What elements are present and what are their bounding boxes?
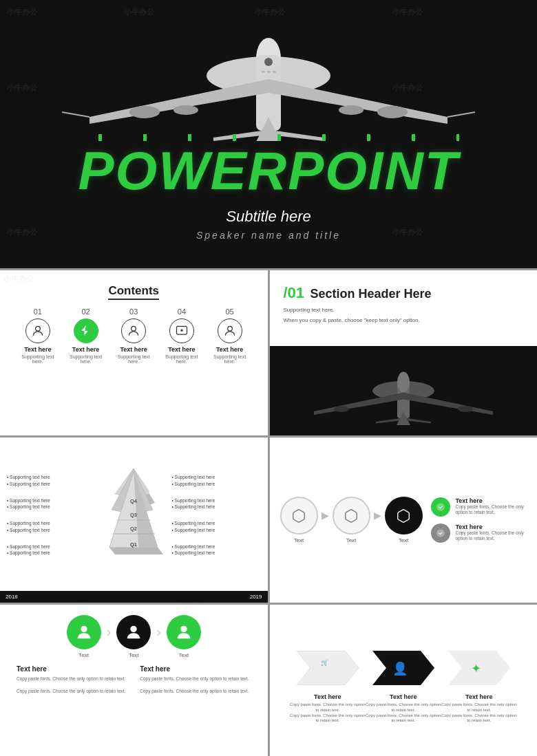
flow-node-2: Text (333, 497, 370, 543)
watermark-7: 小牛办公 (7, 227, 37, 237)
slide-section: /01 Section Header Here Supporting text … (270, 270, 538, 435)
svg-text:Q4: Q4 (130, 498, 138, 504)
flow-right-item-2: Text here Copy paste fonts. Choose the o… (431, 523, 527, 543)
pyramid-left-col: • Supporting text here • Supporting text… (7, 474, 96, 566)
slide-hero: POWERPOINT Subtitle here Speaker name an… (0, 0, 537, 268)
flow-nodes-row: Text ▶ Text ▶ Text (280, 497, 423, 543)
people-bottom-title-2: Text here (140, 665, 251, 673)
svg-text:Q2: Q2 (130, 526, 137, 532)
people-bottom-col-1: Text here Copy paste fonts. Choose the o… (17, 665, 127, 694)
person-label-2: Text (129, 652, 139, 658)
item-label-5: Text here (216, 346, 243, 353)
item-label-1: Text here (24, 346, 51, 353)
item-support-2: Supporting text here. (64, 354, 107, 364)
svg-point-12 (264, 58, 273, 66)
item-label-4: Text here (168, 346, 195, 353)
svg-marker-30 (376, 418, 400, 424)
item-icon-5 (218, 318, 242, 343)
flow-label-1: Text (294, 537, 304, 543)
item-label-2: Text here (72, 346, 99, 353)
flow-right-text-2: Text here Copy paste fonts. Choose the o… (456, 523, 527, 542)
person-circle-3 (167, 615, 201, 649)
section-sub1: Supporting text here. (284, 306, 524, 314)
contents-item-3: 03 Text here Supporting text here. (112, 307, 156, 364)
flow-right-desc-2: Copy paste fonts. Choose the only option… (456, 530, 527, 542)
arrow-item-1: 🛒 Text here Copy paste fonts. Choose the… (290, 651, 366, 724)
svg-text:Q1: Q1 (130, 541, 137, 548)
section-top: /01 Section Header Here Supporting text … (270, 270, 538, 331)
speaker-name: Speaker name and title (196, 230, 341, 241)
svg-marker-4 (268, 79, 448, 124)
people-bottom-desc-2: Copy paste fonts. Choose the only option… (140, 676, 251, 694)
flow-right-icon-2 (431, 523, 450, 543)
svg-point-28 (458, 406, 473, 412)
item-support-5: Supporting text here. (208, 354, 251, 364)
svg-rect-14 (267, 71, 271, 73)
arrow-text-1: Text here Copy paste fonts. Choose the o… (290, 693, 366, 724)
pyramid-svg: Q4 Q3 Q2 Q4 (101, 465, 167, 575)
section-title: Section Header Here (310, 287, 432, 301)
svg-point-51 (81, 626, 87, 632)
pyramid-right-4: • Supporting text here • Supporting text… (172, 543, 261, 557)
arrow-svg-3: ✦ (448, 651, 510, 685)
people-bottom-desc-1: Copy paste fonts. Choose the only option… (17, 676, 127, 694)
item-icon-2 (74, 318, 98, 343)
flow-right-item-1: Text here Copy paste fonts. Choose the o… (431, 497, 527, 517)
item-num-2: 02 (81, 307, 90, 316)
section-airplane-svg (286, 353, 520, 429)
arrows-row: 🛒 Text here Copy paste fonts. Choose the… (290, 651, 517, 724)
arrow-shape-1: 🛒 (297, 651, 359, 688)
slide-contents: Contents 01 Text here Supporting text he… (0, 270, 268, 435)
item-num-4: 04 (178, 307, 186, 316)
svg-point-21 (180, 330, 182, 332)
svg-rect-13 (262, 71, 265, 73)
flow-right-title-1: Text here (456, 497, 527, 504)
airplane-background (0, 0, 537, 151)
svg-point-27 (334, 406, 349, 412)
person-step-2: Text (116, 615, 151, 658)
contents-item-4: 04 Text here Supporting text here. (160, 307, 204, 364)
person-label-1: Text (78, 652, 89, 658)
person-circle-2 (116, 615, 151, 649)
svg-marker-44 (109, 548, 163, 554)
svg-point-5 (129, 106, 160, 118)
people-arrow-1: › (107, 624, 112, 640)
svg-text:Q3: Q3 (130, 512, 137, 518)
flow-layout: Text ▶ Text ▶ Text (280, 497, 527, 543)
arrow-item-3: ✦ Text here Copy paste fonts. Choose the… (441, 651, 517, 724)
flow-right: Text here Copy paste fonts. Choose the o… (431, 497, 527, 543)
people-bottom: Text here Copy paste fonts. Choose the o… (10, 665, 257, 694)
svg-point-7 (377, 106, 408, 118)
person-circle-1 (67, 615, 101, 649)
watermark-8: 小牛办公 (392, 227, 423, 237)
arrow-shape-2: 👤 (372, 651, 434, 688)
pyramid-right-1: • Supporting text here • Supporting text… (172, 474, 261, 488)
item-num-5: 05 (225, 307, 233, 316)
pyramid-left-4: • Supporting text here • Supporting text… (7, 543, 96, 557)
svg-point-18 (36, 326, 41, 331)
slide-pyramid: • Supporting text here • Supporting text… (0, 438, 268, 603)
pyramid-left-2: • Supporting text here • Supporting text… (7, 497, 96, 511)
pyramid-right-2: • Supporting text here • Supporting text… (172, 497, 261, 511)
title-lightning: POWERPOINT (78, 140, 459, 202)
arrow-desc-1: Copy paste fonts. Choose the only option… (290, 702, 366, 724)
svg-text:👤: 👤 (392, 661, 408, 676)
svg-text:✦: ✦ (470, 662, 481, 676)
svg-marker-25 (314, 393, 403, 415)
pyramid-year-left: 2018 (6, 594, 18, 600)
flow-right-desc-1: Copy paste fonts. Choose the only option… (456, 504, 527, 516)
flow-circle-1 (280, 497, 318, 534)
svg-text:🛒: 🛒 (320, 658, 328, 667)
item-num-3: 03 (129, 307, 138, 316)
airplane-svg (34, 10, 503, 141)
flow-circle-2 (333, 497, 370, 534)
flow-arrow-1: ▶ (322, 510, 329, 521)
section-number: /01 (284, 284, 305, 301)
pyramid-right-col: • Supporting text here • Supporting text… (172, 474, 261, 566)
item-support-1: Supporting text here. (16, 354, 59, 364)
svg-marker-31 (407, 418, 431, 424)
arrow-text-3: Text here Copy paste fonts. Choose the o… (441, 693, 517, 724)
contents-items-row: 01 Text here Supporting text here. 02 Te… (14, 307, 254, 364)
arrow-title-3: Text here (441, 693, 517, 700)
svg-marker-3 (90, 79, 268, 124)
